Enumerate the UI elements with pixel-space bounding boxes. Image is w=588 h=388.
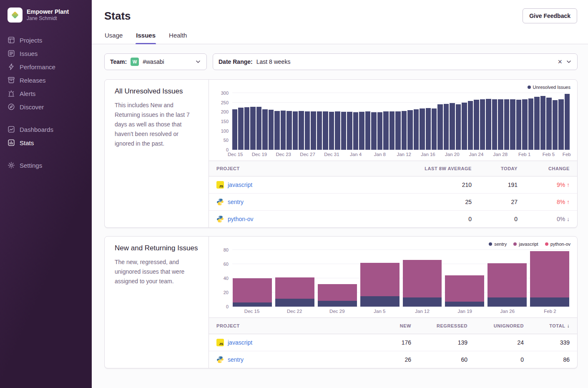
stacked-bar — [487, 250, 527, 307]
value-cell: 27 — [479, 194, 525, 211]
project-link[interactable]: python-ov — [228, 216, 253, 222]
chart-legend: Unresolved Issues — [216, 85, 570, 90]
bar — [281, 111, 286, 150]
bar — [383, 111, 388, 150]
team-filter[interactable]: Team: W #wasabi — [104, 53, 207, 70]
sidebar-item-alerts[interactable]: Alerts — [8, 87, 84, 100]
bar — [492, 99, 497, 150]
bar-segment-javascript — [360, 263, 400, 296]
table-row: JSjavascript17613924339 — [209, 334, 577, 351]
x-axis-label: Jan 16 — [421, 152, 435, 157]
org-switcher[interactable]: Empower Plant Jane Schmidt — [0, 8, 92, 23]
project-link[interactable]: sentry — [228, 199, 244, 205]
panel-body: sentryjavascriptpython-ov 020406080 Dec … — [209, 237, 577, 368]
tab-health[interactable]: Health — [168, 29, 187, 44]
bar — [262, 109, 267, 150]
sidebar-item-releases[interactable]: Releases — [8, 73, 84, 87]
bar — [516, 100, 521, 150]
legend-item[interactable]: javascript — [513, 242, 538, 247]
x-axis-label: Jan 19 — [445, 307, 485, 317]
bar — [311, 111, 316, 150]
bar-segment-javascript — [403, 260, 442, 297]
panel-title: All Unresolved Issues — [115, 87, 199, 96]
x-axis-label: Jan 26 — [488, 307, 527, 317]
bar — [269, 110, 274, 150]
page-header: Stats Give Feedback UsageIssuesHealth — [92, 0, 588, 44]
tabs: UsageIssuesHealth — [104, 29, 577, 44]
bar — [420, 108, 425, 150]
change-cell: 8% ↑ — [525, 194, 577, 211]
legend-dot-icon — [513, 242, 517, 246]
legend-label: Unresolved Issues — [533, 85, 571, 90]
org-name: Empower Plant — [27, 8, 69, 15]
x-axis-label: Jan 5 — [360, 307, 399, 317]
sidebar-item-performance[interactable]: Performance — [8, 60, 84, 73]
sidebar-item-projects[interactable]: Projects — [8, 33, 84, 47]
project-table: PROJECTNEWREGRESSEDUNIGNOREDTOTAL ↓JSjav… — [209, 317, 577, 368]
sidebar-item-dashboards[interactable]: Dashboards — [8, 123, 84, 136]
sidebar-item-settings[interactable]: Settings — [8, 159, 84, 172]
bar — [510, 99, 515, 150]
project-link[interactable]: javascript — [228, 181, 252, 188]
sidebar-item-stats[interactable]: Stats — [8, 136, 84, 149]
bar — [359, 112, 364, 150]
bar — [522, 99, 527, 150]
project-link[interactable]: sentry — [228, 356, 244, 363]
panel-body: Unresolved Issues 050100150200250300 Dec… — [209, 80, 577, 227]
panel-description: This includes New and Returning issues i… — [115, 101, 199, 149]
date-range-filter[interactable]: Date Range: Last 8 weeks × — [213, 53, 578, 70]
column-header-total[interactable]: TOTAL ↓ — [531, 318, 577, 334]
bar — [274, 111, 279, 150]
bar — [371, 112, 376, 150]
y-axis-label: 20 — [224, 290, 229, 295]
bar — [232, 109, 237, 150]
sidebar-item-label: Performance — [20, 63, 55, 71]
legend-item[interactable]: python-ov — [545, 242, 570, 247]
bar — [317, 111, 322, 150]
bar-segment-javascript — [445, 275, 484, 302]
project-link[interactable]: javascript — [228, 339, 252, 346]
bar — [395, 111, 400, 150]
x-axis-label: Jan 8 — [374, 152, 386, 157]
y-axis-label: 100 — [221, 128, 229, 134]
x-axis-label: Dec 19 — [252, 152, 267, 157]
x-axis-label: Dec 23 — [276, 152, 291, 157]
column-header-change: CHANGE — [525, 161, 577, 176]
bar — [341, 112, 346, 150]
nav-section: ProjectsIssuesPerformanceReleasesAlertsD… — [8, 33, 84, 113]
panel-summary: New and Returning Issues The new, regres… — [105, 237, 209, 368]
team-avatar: W — [131, 58, 139, 66]
bar — [498, 99, 503, 150]
legend-item[interactable]: sentry — [489, 242, 507, 247]
sidebar-item-label: Issues — [20, 50, 38, 57]
bar — [528, 98, 533, 150]
legend-item[interactable]: Unresolved Issues — [528, 85, 571, 90]
value-cell: 339 — [531, 334, 577, 351]
stacked-bar — [318, 250, 357, 307]
bar — [299, 111, 304, 150]
change-value: 8% ↑ — [557, 199, 570, 205]
new-returning-issues-panel: New and Returning Issues The new, regres… — [104, 236, 578, 368]
column-header-project: PROJECT — [209, 161, 383, 176]
bar — [286, 111, 291, 150]
bar — [565, 94, 570, 150]
python-platform-icon — [216, 356, 224, 363]
alerts-icon — [8, 90, 15, 97]
sidebar-item-discover[interactable]: Discover — [8, 100, 84, 113]
bar — [534, 97, 539, 150]
org-info: Empower Plant Jane Schmidt — [27, 8, 69, 22]
unresolved-issues-table: PROJECTLAST 8W AVERAGETODAYCHANGEJSjavas… — [209, 161, 577, 227]
tab-issues[interactable]: Issues — [136, 29, 156, 44]
nav-section: Settings — [8, 159, 84, 172]
column-header-new: NEW — [373, 318, 419, 334]
chart-plot: 020406080 — [232, 250, 570, 307]
give-feedback-button[interactable]: Give Feedback — [523, 8, 577, 23]
clear-icon[interactable]: × — [558, 58, 562, 66]
stacked-bar — [530, 250, 569, 307]
bar-segment-javascript — [487, 263, 527, 297]
bar — [437, 104, 442, 150]
tab-usage[interactable]: Usage — [104, 29, 123, 44]
project-cell: JSjavascript — [209, 176, 383, 194]
sidebar-item-issues[interactable]: Issues — [8, 47, 84, 60]
bar — [450, 103, 455, 150]
